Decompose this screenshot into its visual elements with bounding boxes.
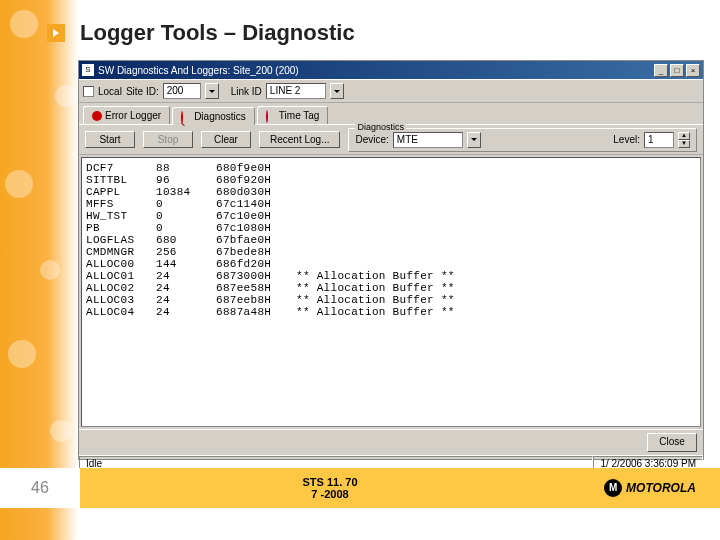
page-number: 46 xyxy=(0,468,80,508)
linkid-label: Link ID xyxy=(231,86,262,97)
row-value: 96 xyxy=(156,174,216,186)
tab-label: Error Logger xyxy=(105,110,161,121)
tab-diagnostics[interactable]: Diagnostics xyxy=(172,107,255,125)
row-name: MFFS xyxy=(86,198,156,210)
titlebar[interactable]: S SW Diagnostics And Loggers: Site_200 (… xyxy=(79,61,703,79)
row-hex: 687ee58H xyxy=(216,282,296,294)
decorative-circle xyxy=(8,340,36,368)
row-name: CAPPL xyxy=(86,186,156,198)
log-row: ALLOC00144686fd20H xyxy=(86,258,696,270)
row-name: HW_TST xyxy=(86,210,156,222)
log-row: ALLOC01246873000H** Allocation Buffer ** xyxy=(86,270,696,282)
motorola-text: MOTOROLA xyxy=(626,481,696,495)
decorative-stripe xyxy=(0,0,78,540)
log-row: PB067c1080H xyxy=(86,222,696,234)
row-note: ** Allocation Buffer ** xyxy=(296,270,696,282)
motorola-icon: M xyxy=(604,479,622,497)
row-value: 0 xyxy=(156,198,216,210)
row-hex: 67c1080H xyxy=(216,222,296,234)
log-row: LOGFLAS68067bfae0H xyxy=(86,234,696,246)
row-note xyxy=(296,198,696,210)
row-value: 680 xyxy=(156,234,216,246)
slide-footer: 46 STS 11. 70 7 -2008 M MOTOROLA xyxy=(0,468,720,508)
close-button[interactable]: × xyxy=(686,64,700,77)
row-note: ** Allocation Buffer ** xyxy=(296,306,696,318)
row-hex: 686fd20H xyxy=(216,258,296,270)
level-label: Level: xyxy=(613,134,640,145)
row-note xyxy=(296,174,696,186)
close-row: Close xyxy=(79,429,703,455)
close-panel-button[interactable]: Close xyxy=(647,433,697,452)
row-name: ALLOC04 xyxy=(86,306,156,318)
local-label: Local xyxy=(98,86,122,97)
start-button[interactable]: Start xyxy=(85,131,135,148)
log-row: CMDMNGR25667bede8H xyxy=(86,246,696,258)
row-value: 144 xyxy=(156,258,216,270)
tab-label: Time Tag xyxy=(279,110,320,121)
log-row: SITTBL96680f920H xyxy=(86,174,696,186)
device-label: Device: xyxy=(355,134,388,145)
app-window: S SW Diagnostics And Loggers: Site_200 (… xyxy=(78,60,704,460)
decorative-circle xyxy=(5,170,33,198)
level-spinner[interactable]: ▲ ▼ xyxy=(678,132,690,148)
clear-button[interactable]: Clear xyxy=(201,131,251,148)
row-hex: 680d030H xyxy=(216,186,296,198)
footer-sts: STS 11. 70 xyxy=(80,476,580,488)
row-name: DCF7 xyxy=(86,162,156,174)
row-note xyxy=(296,246,696,258)
tab-timetag[interactable]: Time Tag xyxy=(257,106,329,124)
row-note xyxy=(296,162,696,174)
row-hex: 687eeb8H xyxy=(216,294,296,306)
row-hex: 67c1140H xyxy=(216,198,296,210)
local-checkbox[interactable] xyxy=(83,86,94,97)
row-hex: 67bfae0H xyxy=(216,234,296,246)
tab-error-logger[interactable]: Error Logger xyxy=(83,106,170,124)
diagnostics-group: Diagnostics Device: MTE Level: 1 ▲ ▼ xyxy=(348,128,697,152)
row-note: ** Allocation Buffer ** xyxy=(296,282,696,294)
device-field[interactable]: MTE xyxy=(393,132,463,148)
motorola-logo: M MOTOROLA xyxy=(580,479,720,497)
log-row: HW_TST067c10e0H xyxy=(86,210,696,222)
row-value: 0 xyxy=(156,210,216,222)
decorative-circle xyxy=(40,260,60,280)
row-hex: 680f920H xyxy=(216,174,296,186)
row-value: 256 xyxy=(156,246,216,258)
siteid-dropdown[interactable] xyxy=(205,83,219,99)
maximize-button[interactable]: □ xyxy=(670,64,684,77)
siteid-field[interactable]: 200 xyxy=(163,83,201,99)
bullet-icon xyxy=(47,24,65,42)
toolbar-diagnostics: Start Stop Clear Recent Log... Diagnosti… xyxy=(79,125,703,155)
page-title: Logger Tools – Diagnostic xyxy=(80,20,355,46)
decorative-circle xyxy=(10,10,38,38)
row-hex: 6873000H xyxy=(216,270,296,282)
linkid-dropdown[interactable] xyxy=(330,83,344,99)
app-icon: S xyxy=(82,64,94,76)
decorative-circle xyxy=(55,85,77,107)
window-title: SW Diagnostics And Loggers: Site_200 (20… xyxy=(98,65,652,76)
level-field[interactable]: 1 xyxy=(644,132,674,148)
row-hex: 6887a48H xyxy=(216,306,296,318)
row-name: CMDMNGR xyxy=(86,246,156,258)
linkid-field[interactable]: LINE 2 xyxy=(266,83,326,99)
magnifier-icon xyxy=(181,112,191,122)
row-value: 88 xyxy=(156,162,216,174)
device-dropdown[interactable] xyxy=(467,132,481,148)
log-row: ALLOC0324687eeb8H** Allocation Buffer ** xyxy=(86,294,696,306)
minimize-button[interactable]: _ xyxy=(654,64,668,77)
toolbar-site: Local Site ID: 200 Link ID LINE 2 xyxy=(79,79,703,103)
row-name: PB xyxy=(86,222,156,234)
log-output[interactable]: DCF788680f9e0HSITTBL96680f920HCAPPL10384… xyxy=(81,157,701,427)
row-note xyxy=(296,186,696,198)
siteid-label: Site ID: xyxy=(126,86,159,97)
group-legend: Diagnostics xyxy=(355,122,406,132)
spin-up[interactable]: ▲ xyxy=(678,132,690,140)
row-value: 10384 xyxy=(156,186,216,198)
log-row: ALLOC04246887a48H** Allocation Buffer ** xyxy=(86,306,696,318)
spin-down[interactable]: ▼ xyxy=(678,140,690,148)
stop-button[interactable]: Stop xyxy=(143,131,193,148)
row-note xyxy=(296,234,696,246)
recent-log-button[interactable]: Recent Log... xyxy=(259,131,340,148)
row-note xyxy=(296,258,696,270)
row-name: SITTBL xyxy=(86,174,156,186)
log-row: DCF788680f9e0H xyxy=(86,162,696,174)
